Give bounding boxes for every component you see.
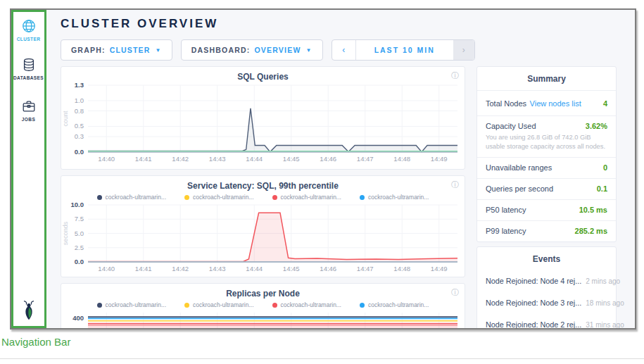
- legend-dot-icon: [360, 303, 365, 308]
- summary-row-qps: Queries per second 0.1: [477, 178, 616, 199]
- sidebar-item-jobs[interactable]: JOBS: [21, 99, 37, 122]
- side-panels-column: Summary Total Nodes View nodes list 4: [476, 66, 617, 328]
- chevron-down-icon: ▼: [306, 47, 312, 54]
- event-row[interactable]: Node Rejoined: Node 2 rej... 31 mins ago: [477, 314, 616, 328]
- legend-dot-icon: [272, 303, 277, 308]
- svg-text:14:47: 14:47: [357, 265, 374, 272]
- sidebar-item-databases[interactable]: DATABASES: [13, 57, 44, 80]
- databases-icon: [21, 57, 37, 73]
- p99-latency-value: 285.2 ms: [575, 227, 607, 235]
- event-row[interactable]: Node Rejoined: Node 3 rej... 18 mins ago: [477, 292, 616, 314]
- qps-label: Queries per second: [486, 184, 553, 193]
- legend-item: cockroach-ultramarin...: [184, 301, 253, 309]
- unavailable-ranges-value: 0: [603, 163, 607, 172]
- svg-text:2.5: 2.5: [75, 244, 84, 251]
- svg-text:14:45: 14:45: [283, 155, 300, 163]
- legend-item: cockroach-ultramarin...: [184, 193, 253, 201]
- p50-latency-value: 10.5 ms: [579, 206, 607, 214]
- capacity-label: Capacity Used: [486, 122, 536, 130]
- chart-legend: cockroach-ultramarin...cockroach-ultrama…: [61, 301, 465, 309]
- legend-dot-icon: [360, 195, 365, 200]
- info-icon[interactable]: ⓘ: [451, 287, 459, 298]
- summary-row-capacity: Capacity Used 3.62% You are using 26.8 G…: [477, 115, 616, 157]
- total-nodes-value: 4: [603, 99, 607, 108]
- legend-item: cockroach-ultramarin...: [360, 301, 429, 309]
- svg-text:1.0: 1.0: [75, 96, 84, 104]
- svg-text:14:43: 14:43: [209, 265, 226, 272]
- p99-latency-label: P99 latency: [486, 227, 526, 235]
- capacity-value: 3.62%: [586, 122, 607, 130]
- info-icon[interactable]: ⓘ: [451, 70, 459, 81]
- sidebar-item-label: JOBS: [22, 117, 35, 122]
- chart-legend: cockroach-ultramarin...cockroach-ultrama…: [61, 193, 465, 201]
- info-icon[interactable]: ⓘ: [451, 180, 459, 190]
- svg-text:14:44: 14:44: [246, 265, 263, 272]
- caption-divider: [0, 358, 644, 359]
- event-text: Node Rejoined: Node 2 rej...: [486, 320, 581, 328]
- svg-text:14:43: 14:43: [209, 155, 226, 163]
- event-text: Node Rejoined: Node 4 rej...: [486, 277, 581, 285]
- svg-text:seconds: seconds: [62, 221, 69, 245]
- dashboard-controls: GRAPH: CLUSTER ▼ DASHBOARD: OVERVIEW ▼ ‹…: [61, 39, 635, 61]
- service-latency-chart-card: Service Latency: SQL, 99th percentile ⓘ …: [61, 175, 465, 277]
- chart-title: Replicas per Node: [61, 284, 465, 299]
- dashboard-selector[interactable]: DASHBOARD: OVERVIEW ▼: [181, 39, 323, 61]
- time-range-label[interactable]: LAST 10 MIN: [356, 40, 453, 60]
- svg-text:14:40: 14:40: [98, 265, 115, 272]
- svg-text:7.5: 7.5: [75, 215, 84, 222]
- legend-item: cockroach-ultramarin...: [272, 193, 341, 201]
- svg-text:0.8: 0.8: [75, 107, 84, 115]
- svg-text:14:49: 14:49: [431, 155, 448, 163]
- legend-dot-icon: [184, 303, 189, 308]
- sql-queries-chart: 0.00.30.50.81.01.314:4014:4114:4214:4314…: [61, 82, 465, 168]
- total-nodes-label: Total Nodes: [486, 99, 526, 108]
- svg-text:0.3: 0.3: [75, 132, 84, 140]
- content-row: SQL Queries ⓘ 0.00.30.50.81.01.314:4014:…: [61, 66, 635, 328]
- svg-text:14:48: 14:48: [393, 265, 410, 272]
- legend-dot-icon: [272, 195, 277, 200]
- svg-text:1.3: 1.3: [75, 82, 84, 89]
- annotated-screenshot-page: CLUSTER DATABASES: [0, 0, 644, 364]
- briefcase-icon: [21, 99, 37, 114]
- event-row[interactable]: Node Rejoined: Node 4 rej... 2 mins ago: [477, 270, 616, 292]
- svg-text:14:45: 14:45: [283, 265, 300, 272]
- svg-text:14:40: 14:40: [98, 155, 115, 163]
- graph-selector-label: GRAPH:: [71, 46, 106, 54]
- svg-text:0.5: 0.5: [75, 122, 84, 130]
- time-range-selector: ‹ LAST 10 MIN ›: [332, 39, 475, 61]
- svg-text:14:48: 14:48: [393, 155, 410, 163]
- event-time: 31 mins ago: [586, 321, 624, 328]
- globe-icon: [21, 18, 37, 34]
- view-nodes-list-link[interactable]: View nodes list: [530, 99, 581, 108]
- replicas-per-node-chart-card: Replicas per Node ⓘ cockroach-ultramarin…: [61, 283, 465, 328]
- svg-text:14:42: 14:42: [172, 155, 189, 163]
- legend-dot-icon: [184, 195, 189, 200]
- charts-column: SQL Queries ⓘ 0.00.30.50.81.01.314:4014:…: [61, 66, 465, 328]
- navigation-bar-caption: Navigation Bar: [1, 336, 70, 348]
- p50-latency-label: P50 latency: [486, 206, 526, 214]
- svg-text:14:46: 14:46: [320, 265, 336, 272]
- service-latency-chart: 0.02.55.07.510.014:4014:4114:4214:4314:4…: [61, 201, 465, 277]
- chart-title: Service Latency: SQL, 99th percentile: [61, 176, 465, 191]
- svg-text:14:46: 14:46: [320, 155, 336, 163]
- dashboard-selector-value: OVERVIEW: [254, 46, 301, 54]
- graph-selector[interactable]: GRAPH: CLUSTER ▼: [61, 39, 172, 61]
- svg-text:400: 400: [72, 314, 84, 322]
- cockroachdb-logo[interactable]: [20, 300, 38, 321]
- svg-text:14:42: 14:42: [172, 265, 189, 272]
- sidebar-item-label: DATABASES: [13, 75, 44, 80]
- chart-title: SQL Queries: [61, 67, 465, 82]
- events-panel: Events Node Rejoined: Node 4 rej... 2 mi…: [476, 246, 617, 328]
- graph-selector-value: CLUSTER: [110, 46, 151, 54]
- time-range-next-button[interactable]: ›: [453, 40, 474, 60]
- svg-text:0.0: 0.0: [75, 258, 84, 265]
- svg-text:14:41: 14:41: [135, 265, 152, 272]
- sidebar-item-label: CLUSTER: [17, 37, 41, 42]
- svg-text:14:47: 14:47: [357, 155, 374, 163]
- summary-panel: Summary Total Nodes View nodes list 4: [476, 66, 617, 242]
- events-title: Events: [477, 247, 616, 270]
- time-range-prev-button[interactable]: ‹: [332, 40, 356, 60]
- sidebar-item-cluster[interactable]: CLUSTER: [17, 18, 41, 42]
- replicas-per-node-chart: 400: [61, 309, 465, 328]
- svg-text:14:44: 14:44: [246, 155, 263, 163]
